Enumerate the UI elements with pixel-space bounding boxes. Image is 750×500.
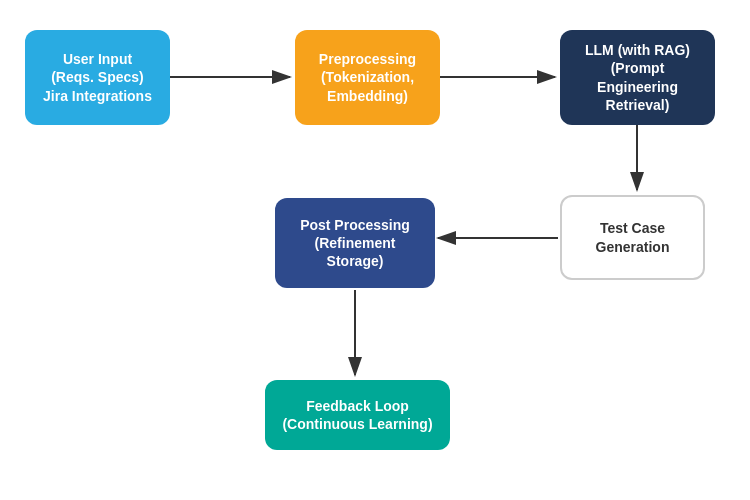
node-post-processing: Post Processing (Refinement Storage) (275, 198, 435, 288)
node-llm: LLM (with RAG) (Prompt Engineering Retri… (560, 30, 715, 125)
node-preprocessing: Preprocessing (Tokenization, Embedding) (295, 30, 440, 125)
node-llm-label: LLM (with RAG) (Prompt Engineering Retri… (572, 41, 703, 114)
node-test-case: Test Case Generation (560, 195, 705, 280)
node-post-processing-label: Post Processing (Refinement Storage) (287, 216, 423, 271)
node-user-input: User Input (Reqs. Specs) Jira Integratio… (25, 30, 170, 125)
node-preprocessing-label: Preprocessing (Tokenization, Embedding) (319, 50, 416, 105)
diagram-container: User Input (Reqs. Specs) Jira Integratio… (0, 0, 750, 500)
node-feedback-loop-label: Feedback Loop (Continuous Learning) (282, 397, 432, 433)
node-feedback-loop: Feedback Loop (Continuous Learning) (265, 380, 450, 450)
node-user-input-label: User Input (Reqs. Specs) Jira Integratio… (43, 50, 152, 105)
node-test-case-label: Test Case Generation (596, 219, 670, 255)
